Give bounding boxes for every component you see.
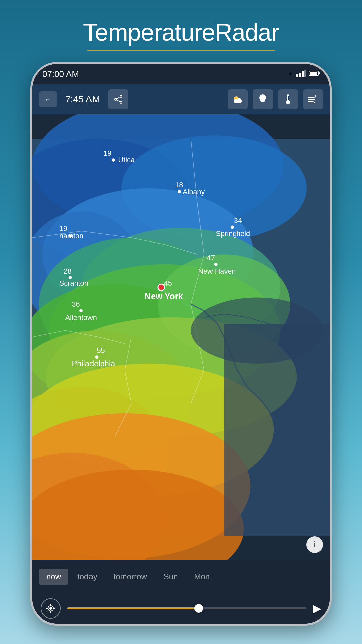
weather-icon-button[interactable] [228,89,248,109]
svg-rect-3 [304,70,306,77]
wind-button[interactable] [303,89,323,109]
svg-point-50 [231,225,234,229]
status-icons: ▼ [288,70,320,78]
app-title-section: TemperatureRadar [0,0,362,58]
svg-point-16 [240,100,242,102]
app-toolbar: ← 7:45 AM [32,84,330,114]
svg-text:Allentown: Allentown [65,313,97,322]
svg-text:Albany: Albany [183,187,205,196]
temperature-button[interactable] [278,89,298,109]
svg-text:New York: New York [144,291,183,301]
status-time: 07:00 AM [42,69,79,79]
back-button[interactable]: ← [39,91,57,107]
svg-rect-24 [308,99,315,100]
temperature-map: Utica 19 Albany 18 Springfield 34 hamton… [32,114,330,560]
svg-text:55: 55 [97,346,105,355]
wifi-icon: ▼ [288,71,293,77]
svg-text:34: 34 [234,216,242,225]
tab-today[interactable]: today [70,569,105,585]
svg-rect-22 [288,96,289,100]
map-area[interactable]: Utica 19 Albany 18 Springfield 34 hamton… [32,114,330,560]
svg-point-8 [115,98,117,100]
svg-point-47 [178,190,181,193]
toolbar-time: 7:45 AM [62,94,103,105]
svg-point-21 [286,100,290,104]
timeline-track[interactable] [67,607,306,609]
play-button[interactable]: ▶ [313,602,321,615]
svg-point-44 [112,158,115,162]
svg-text:Scranton: Scranton [59,279,88,287]
svg-rect-1 [299,73,301,77]
share-button[interactable] [108,89,128,109]
svg-text:Springfield: Springfield [216,229,250,238]
svg-point-7 [120,95,122,97]
signal-icon [296,70,306,78]
battery-icon [309,70,320,78]
tab-mon[interactable]: Mon [187,569,217,585]
svg-text:36: 36 [72,300,80,308]
svg-rect-5 [318,72,320,74]
svg-text:New Haven: New Haven [198,267,236,275]
svg-text:28: 28 [64,267,72,275]
info-button[interactable]: i [306,536,323,553]
tab-bar: now today tomorrow Sun Mon [32,560,330,593]
svg-text:47: 47 [207,254,215,262]
svg-point-56 [69,276,72,279]
svg-rect-23 [308,97,314,98]
svg-line-11 [117,100,120,102]
status-bar: 07:00 AM ▼ [32,64,330,84]
timeline-fill [67,607,199,609]
timeline-thumb[interactable] [194,604,203,613]
svg-point-59 [214,263,218,266]
phone-frame: 07:00 AM ▼ ← 7:45 AM [30,62,332,626]
tab-now[interactable]: now [39,569,68,585]
svg-point-14 [234,99,237,102]
svg-text:45: 45 [164,279,172,287]
tab-tomorrow[interactable]: tomorrow [106,569,155,585]
svg-rect-0 [296,74,298,77]
svg-text:hamton: hamton [59,232,83,240]
svg-point-65 [79,309,83,312]
tab-sun[interactable]: Sun [156,569,185,585]
svg-line-10 [117,97,120,99]
app-title: TemperatureRadar [0,18,362,46]
svg-text:19: 19 [103,149,111,157]
svg-point-74 [50,607,52,609]
svg-rect-6 [310,72,317,75]
svg-rect-25 [308,101,313,102]
svg-point-72 [191,298,323,364]
svg-text:19: 19 [59,224,67,233]
svg-point-9 [120,101,122,103]
svg-text:18: 18 [175,181,183,189]
svg-point-19 [260,99,265,102]
svg-text:Utica: Utica [118,156,135,164]
svg-rect-2 [302,71,304,77]
bottom-controls: ▶ [32,593,330,624]
precipitation-button[interactable] [253,89,273,109]
svg-point-68 [95,355,98,359]
location-button[interactable] [41,598,61,619]
svg-text:Philadelphia: Philadelphia [72,359,115,368]
title-underline [87,50,275,51]
